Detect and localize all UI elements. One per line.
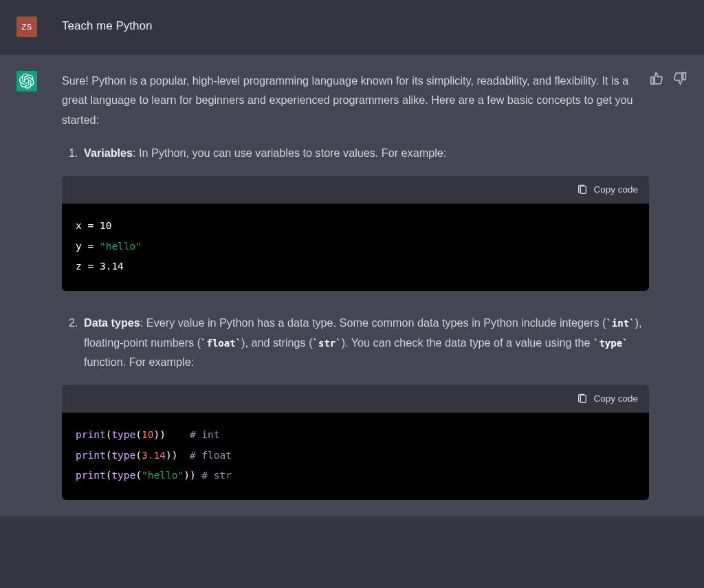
clipboard-icon bbox=[577, 184, 588, 195]
svg-rect-1 bbox=[581, 395, 586, 403]
copy-code-button[interactable]: Copy code bbox=[577, 182, 638, 198]
user-message-text: Teach me Python bbox=[62, 17, 649, 34]
assistant-message-row: Sure! Python is a popular, high-level pr… bbox=[0, 54, 704, 516]
list-item-title: Data types bbox=[84, 316, 140, 329]
code-block-variables: Copy code x = 10 y = "hello" z = 3.14 bbox=[62, 176, 649, 291]
svg-rect-0 bbox=[581, 186, 586, 194]
copy-code-button[interactable]: Copy code bbox=[577, 391, 638, 407]
assistant-avatar bbox=[16, 71, 37, 91]
assistant-intro-text: Sure! Python is a popular, high-level pr… bbox=[62, 71, 649, 129]
thumbs-down-button[interactable] bbox=[672, 71, 688, 86]
thumbs-up-icon bbox=[649, 71, 664, 86]
inline-code: `str` bbox=[313, 338, 342, 349]
user-avatar-initials: ZS bbox=[21, 23, 32, 31]
thumbs-down-icon bbox=[672, 71, 688, 86]
code-block-content[interactable]: x = 10 y = "hello" z = 3.14 bbox=[62, 204, 649, 291]
list-item-data-types: Data types: Every value in Python has a … bbox=[81, 313, 649, 371]
copy-code-label: Copy code bbox=[593, 182, 638, 198]
code-block-content[interactable]: print(type(10)) # int print(type(3.14)) … bbox=[62, 413, 649, 500]
assistant-ordered-list-2: Data types: Every value in Python has a … bbox=[62, 313, 649, 371]
assistant-logo-icon bbox=[19, 74, 34, 89]
list-item-title: Variables bbox=[84, 146, 133, 159]
assistant-message-content: Sure! Python is a popular, high-level pr… bbox=[54, 71, 649, 500]
code-block-header: Copy code bbox=[62, 176, 649, 204]
code-block-header: Copy code bbox=[62, 385, 649, 413]
feedback-buttons bbox=[649, 71, 688, 86]
list-item-variables: Variables: In Python, you can use variab… bbox=[81, 143, 649, 162]
thumbs-up-button[interactable] bbox=[649, 71, 664, 86]
assistant-ordered-list: Variables: In Python, you can use variab… bbox=[62, 143, 649, 162]
clipboard-icon bbox=[577, 393, 588, 404]
list-item-desc: : In Python, you can use variables to st… bbox=[133, 146, 446, 159]
inline-code: `int` bbox=[606, 318, 635, 329]
user-message-content: Teach me Python bbox=[54, 17, 649, 34]
code-block-data-types: Copy code print(type(10)) # int print(ty… bbox=[62, 385, 649, 500]
user-avatar: ZS bbox=[16, 17, 37, 37]
copy-code-label: Copy code bbox=[593, 391, 638, 407]
inline-code: `type` bbox=[593, 338, 628, 349]
list-item-desc-rich: : Every value in Python has a data type.… bbox=[84, 316, 641, 368]
inline-code: `float` bbox=[201, 338, 241, 349]
user-message-row: ZS Teach me Python bbox=[0, 0, 704, 54]
